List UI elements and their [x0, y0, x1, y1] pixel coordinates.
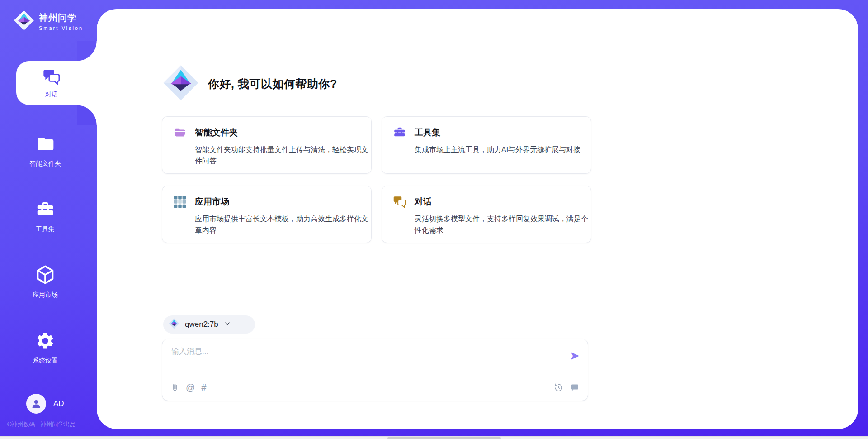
sidebar-item-label: 工具集: [36, 225, 55, 234]
greeting-diamond-icon: [163, 65, 199, 103]
sidebar-item-label: 系统设置: [33, 357, 58, 365]
feature-cards: 智能文件夹 智能文件夹功能支持批量文件上传与清洗，轻松实现文件问答 工具集 集成…: [162, 116, 591, 243]
greeting: 你好, 我可以如何帮助你?: [163, 65, 337, 103]
message-composer: ➤ @ #: [162, 339, 588, 401]
message-input[interactable]: [171, 346, 560, 370]
user-avatar-icon: [26, 394, 46, 414]
brand-subtitle: Smart Vision: [39, 25, 83, 31]
attach-file-icon[interactable]: [170, 383, 179, 392]
toolbox-icon: [35, 200, 55, 221]
card-chat[interactable]: 对话 灵活切换多模型文件，支持多样回复效果调试，满足个性化需求: [382, 186, 591, 243]
model-name: qwen2:7b: [185, 320, 218, 329]
sidebar-item-toolset[interactable]: 工具集: [0, 200, 90, 234]
model-diamond-icon: [169, 318, 179, 331]
card-app-market[interactable]: 应用市场 应用市场提供丰富长文本模板，助力高效生成多样化文章内容: [162, 186, 372, 243]
cube-icon: [35, 264, 56, 287]
sidebar-item-label: 对话: [45, 91, 58, 99]
chat-bubbles-icon: [42, 68, 61, 88]
brand-diamond-icon: [14, 10, 34, 33]
app-root: 神州问学 Smart Vision 对话 智能文件夹: [0, 0, 868, 439]
chat-bubbles-icon: [393, 195, 406, 209]
chevron-down-icon: [224, 320, 231, 329]
folder-icon: [35, 134, 55, 156]
horizontal-scrollbar[interactable]: [0, 436, 868, 439]
chat-square-icon[interactable]: [570, 382, 580, 392]
gear-icon: [35, 331, 55, 353]
folder-open-icon: [173, 126, 187, 139]
brand-logo: 神州问学 Smart Vision: [14, 10, 83, 33]
card-description: 智能文件夹功能支持批量文件上传与清洗，轻松实现文件问答: [195, 144, 368, 167]
card-title: 应用市场: [195, 196, 229, 208]
app-grid-icon: [173, 195, 187, 209]
card-description: 集成市场上主流工具，助力AI与外界无缝扩展与对接: [415, 144, 588, 155]
brand-name: 神州问学: [39, 12, 83, 24]
card-description: 应用市场提供丰富长文本模板，助力高效生成多样化文章内容: [195, 213, 368, 236]
toolbox-icon: [393, 126, 406, 139]
user-account[interactable]: AD: [26, 394, 64, 414]
sidebar-item-label: 智能文件夹: [29, 160, 61, 168]
greeting-text: 你好, 我可以如何帮助你?: [208, 76, 337, 91]
hashtag-icon[interactable]: #: [201, 382, 206, 393]
sidebar-item-app-market[interactable]: 应用市场: [0, 264, 90, 299]
card-title: 对话: [415, 196, 432, 208]
card-toolset[interactable]: 工具集 集成市场上主流工具，助力AI与外界无缝扩展与对接: [382, 116, 591, 174]
send-icon[interactable]: ➤: [569, 350, 580, 362]
model-selector[interactable]: qwen2:7b: [163, 315, 255, 334]
sidebar-item-smart-folder[interactable]: 智能文件夹: [0, 134, 90, 168]
card-title: 智能文件夹: [195, 127, 238, 138]
sidebar: 神州问学 Smart Vision 对话 智能文件夹: [0, 0, 97, 439]
scrollbar-thumb[interactable]: [387, 437, 501, 439]
card-description: 灵活切换多模型文件，支持多样回复效果调试，满足个性化需求: [415, 213, 588, 236]
sidebar-item-settings[interactable]: 系统设置: [0, 331, 90, 365]
sidebar-item-label: 应用市场: [33, 291, 58, 299]
history-icon[interactable]: [553, 382, 563, 392]
user-initials: AD: [53, 399, 64, 408]
card-title: 工具集: [415, 127, 440, 138]
copyright-text: ©神州数码 · 神州问学出品: [7, 420, 75, 429]
card-smart-folder[interactable]: 智能文件夹 智能文件夹功能支持批量文件上传与清洗，轻松实现文件问答: [162, 116, 372, 174]
mention-icon[interactable]: @: [186, 382, 195, 393]
sidebar-item-chat[interactable]: 对话: [16, 61, 97, 105]
